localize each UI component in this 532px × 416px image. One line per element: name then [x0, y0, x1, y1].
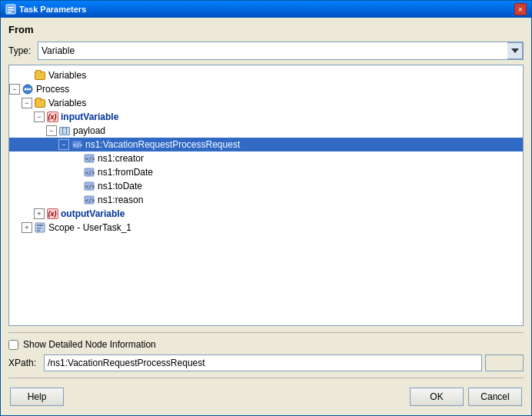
- type-dropdown-arrow[interactable]: [507, 42, 523, 59]
- divider: [8, 332, 524, 333]
- scope-icon: [34, 221, 46, 234]
- xml-leaf-icon: </>: [83, 180, 95, 192]
- title-bar-left: Task Parameters: [5, 4, 86, 15]
- node-label: Variables: [48, 98, 86, 108]
- tree-node[interactable]: </> ns1:reason: [9, 193, 523, 207]
- svg-rect-1: [8, 7, 14, 8]
- folder-icon: [34, 97, 46, 109]
- ok-cancel-group: OK Cancel: [410, 388, 522, 406]
- expander-minus[interactable]: −: [46, 125, 57, 136]
- help-button[interactable]: Help: [10, 388, 64, 406]
- svg-point-7: [29, 88, 32, 91]
- type-label: Type:: [8, 45, 32, 56]
- tree-panel[interactable]: Variables − Process − Variables: [8, 65, 524, 326]
- divider-bottom: [8, 378, 524, 378]
- chevron-down-icon: [511, 48, 519, 53]
- var-icon: (x): [46, 208, 58, 220]
- node-label-selected: ns1:VacationRequestProcessRequest: [85, 139, 240, 150]
- type-row: Type: Variable: [8, 42, 524, 60]
- content-area: From Type: Variable Va: [1, 18, 531, 415]
- xml-leaf-icon: </>: [83, 194, 95, 206]
- tree-node[interactable]: Variables: [9, 68, 523, 82]
- window-title: Task Parameters: [19, 5, 86, 14]
- close-button[interactable]: ×: [514, 3, 527, 15]
- title-bar: Task Parameters ×: [1, 1, 531, 18]
- svg-rect-20: [37, 228, 42, 229]
- type-select-wrapper[interactable]: Variable: [38, 42, 524, 60]
- tree-node[interactable]: + (x) outputVariable: [9, 207, 523, 221]
- tree-node[interactable]: + Scope - UserTask_1: [9, 221, 523, 235]
- from-label: From: [8, 24, 524, 35]
- svg-text:</>: </>: [85, 170, 95, 176]
- type-select-value: Variable: [38, 42, 507, 59]
- node-label: Process: [36, 84, 69, 95]
- expander-minus[interactable]: −: [34, 111, 45, 122]
- expander-minus[interactable]: −: [9, 84, 20, 95]
- xpath-browse-button[interactable]: [485, 354, 524, 371]
- xpath-input[interactable]: [44, 354, 482, 371]
- node-label: payload: [73, 125, 105, 136]
- xml-leaf-icon: </>: [83, 152, 95, 165]
- expander-plus[interactable]: +: [34, 208, 45, 219]
- window-icon: [5, 4, 16, 15]
- svg-text:</>: </>: [85, 184, 95, 190]
- xpath-row: XPath:: [8, 354, 524, 371]
- svg-rect-21: [37, 230, 40, 231]
- svg-text:</>: </>: [85, 156, 95, 162]
- svg-rect-19: [37, 225, 43, 226]
- node-label-bold: outputVariable: [61, 208, 125, 219]
- svg-text:</>: </>: [85, 198, 95, 204]
- svg-rect-3: [8, 12, 12, 13]
- node-label: ns1:creator: [98, 153, 144, 164]
- tree-node[interactable]: </> ns1:fromDate: [9, 165, 523, 179]
- tree-node[interactable]: − Process: [9, 82, 523, 96]
- buttons-row: Help OK Cancel: [8, 384, 524, 409]
- task-parameters-window: Task Parameters × From Type: Variable: [0, 0, 532, 416]
- node-label: Variables: [48, 70, 86, 81]
- xml-icon: </>: [71, 138, 83, 151]
- folder-icon: [34, 69, 46, 82]
- cancel-button[interactable]: Cancel: [468, 388, 522, 406]
- node-label: ns1:fromDate: [98, 167, 153, 178]
- tree-node[interactable]: − Variables: [9, 96, 523, 110]
- xml-leaf-icon: </>: [83, 166, 95, 178]
- node-label: Scope - UserTask_1: [48, 222, 131, 233]
- show-detailed-label[interactable]: Show Detailed Node Information: [23, 339, 156, 350]
- node-label: ns1:toDate: [98, 181, 142, 191]
- node-label: ns1:reason: [98, 195, 143, 205]
- tree-node[interactable]: </> ns1:creator: [9, 151, 523, 165]
- xpath-label: XPath:: [8, 358, 39, 368]
- show-detailed-checkbox[interactable]: [8, 340, 18, 350]
- svg-text:</>: </>: [73, 142, 82, 148]
- var-icon: (x): [46, 111, 58, 123]
- svg-rect-2: [8, 9, 14, 11]
- node-label-bold: inputVariable: [61, 111, 118, 122]
- bottom-section: Show Detailed Node Information XPath:: [8, 331, 524, 371]
- ok-button[interactable]: OK: [410, 388, 464, 406]
- tree-node[interactable]: </> ns1:toDate: [9, 179, 523, 193]
- tree-node[interactable]: − (x) inputVariable: [9, 110, 523, 124]
- selected-tree-node[interactable]: − </> ns1:VacationRequestProcessRequest: [9, 138, 523, 151]
- tree-node[interactable]: − [] payload: [9, 124, 523, 138]
- process-icon: [22, 83, 34, 95]
- expander-minus[interactable]: −: [58, 139, 69, 150]
- svg-point-5: [25, 88, 27, 91]
- expander-minus[interactable]: −: [22, 98, 32, 108]
- svg-point-6: [27, 88, 29, 91]
- payload-icon: []: [58, 125, 71, 137]
- checkbox-row: Show Detailed Node Information: [8, 339, 524, 350]
- xpath-input-wrapper: [44, 354, 524, 371]
- expander-plus[interactable]: +: [22, 222, 32, 233]
